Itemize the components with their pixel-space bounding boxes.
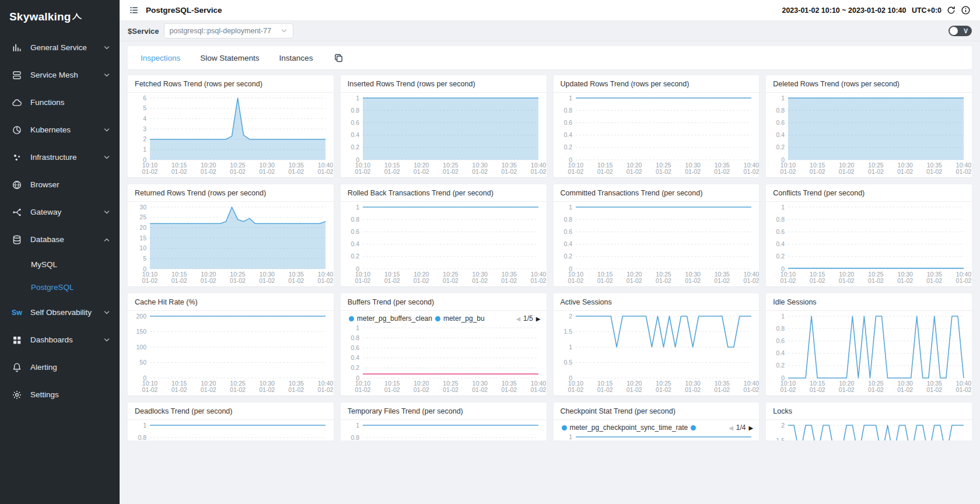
legend-item[interactable] [691,425,696,430]
sidebar-item-alerting[interactable]: Alerting [0,354,120,381]
chart-plot[interactable]: 05010015020010:1001-0210:1501-0210:2001-… [128,311,334,396]
svg-text:01-02: 01-02 [685,277,701,284]
sidebar-item-infrastructure[interactable]: Infrastructure [0,144,120,171]
legend-label: meter_pg_buffers_clean [357,314,432,323]
tab-instances[interactable]: Instances [279,54,313,62]
sidebar-item-settings[interactable]: Settings [0,381,120,408]
chart-plot[interactable]: 00.20.40.60.8110:1001-0210:1501-0210:200… [766,93,972,177]
version-toggle[interactable]: V [949,26,972,36]
chart-legend: meter_pg_buffers_cleanmeter_pg_bu◀1/5▶ [341,311,547,323]
svg-text:01-02: 01-02 [568,168,583,175]
chart-plot[interactable]: 05101520253010:1001-0210:1501-0210:2001-… [128,202,334,286]
svg-text:01-02: 01-02 [501,277,517,284]
svg-text:0.4: 0.4 [351,354,359,361]
chart-plot[interactable]: 00.20.40.60.8110:1001-0210:1501-0210:200… [554,202,760,286]
legend-item[interactable]: meter_pg_buffers_clean [349,314,432,323]
service-select[interactable]: postgresql::psql-deployment-77 [164,23,293,38]
svg-text:01-02: 01-02 [384,386,400,393]
svg-text:6: 6 [143,94,146,102]
svg-text:01-02: 01-02 [142,386,158,393]
sidebar-item-general-service[interactable]: General Service [0,34,120,61]
chart-title: Buffers Trend (per second) [341,293,547,311]
tab-slow-statements[interactable]: Slow Statements [200,54,259,62]
legend-prev-icon[interactable]: ◀ [729,425,733,431]
svg-text:01-02: 01-02 [530,277,546,284]
svg-text:1: 1 [781,94,785,102]
infra-icon [12,152,22,163]
chart-plot[interactable]: 00.511.5210:1001-0210:1501-0210:2001-021… [766,420,972,440]
chart-plot[interactable]: 00.20.40.60.8110:1001-0210:1501-0210:200… [554,432,760,440]
svg-text:01-02: 01-02 [714,168,730,175]
sidebar-item-browser[interactable]: Browser [0,171,120,198]
sidebar-item-kubernetes[interactable]: Kubernetes [0,116,120,144]
time-range-picker[interactable]: 2023-01-02 10:10 ~ 2023-01-02 10:40 UTC+… [782,6,942,15]
sidebar-item-service-mesh[interactable]: Service Mesh [0,61,120,89]
copy-dashboard-icon[interactable] [334,53,344,63]
svg-text:01-02: 01-02 [626,277,642,284]
chart-plot[interactable]: 00.511.5210:1001-0210:1501-0210:2001-021… [554,311,760,396]
sidebar-item-mysql[interactable]: MySQL [0,253,120,276]
sidebar-item-database[interactable]: Database [0,226,120,253]
legend-next-icon[interactable]: ▶ [749,425,754,431]
chart-plot[interactable]: 00.20.40.60.8110:1001-0210:1501-0210:200… [766,311,972,396]
chart-card-idle-sessions: Idle Sessions00.20.40.60.8110:1001-0210:… [766,293,972,396]
legend-item[interactable]: meter_pg_checkpoint_sync_time_rate [562,424,688,432]
chart-title: Deleted Rows Trend (rows per second) [766,75,972,93]
charts-grid: Fetched Rows Trend (rows per second)0123… [128,75,972,440]
svg-text:2: 2 [143,135,146,142]
sidebar-item-self-observability[interactable]: SwSelf Observability [0,299,120,326]
svg-text:01-02: 01-02 [898,277,914,284]
svg-text:0.5: 0.5 [564,359,572,366]
chart-plot[interactable]: 00.20.40.60.8110:1001-0210:1501-0210:200… [554,93,760,177]
svg-text:0.2: 0.2 [776,362,785,369]
chart-card-checkpoint-stat-trend-per-second: Checkpoint Stat Trend (per second)meter_… [554,402,760,440]
chart-plot[interactable]: 00.20.40.60.8110:1001-0210:1501-0210:200… [341,420,547,440]
svg-text:01-02: 01-02 [355,277,370,284]
svg-text:01-02: 01-02 [230,386,246,393]
legend-dot-icon [435,316,440,321]
dashboard-list-icon[interactable] [129,5,139,15]
svg-text:01-02: 01-02 [626,168,642,175]
svg-text:01-02: 01-02 [810,168,825,175]
svg-text:01-02: 01-02 [839,277,855,284]
chart-plot[interactable]: 00.20.40.60.8110:1001-0210:1501-0210:200… [341,93,547,177]
refresh-icon[interactable] [946,5,956,15]
svg-text:0.8: 0.8 [564,107,572,114]
chart-title: Idle Sessions [766,293,972,311]
info-icon[interactable] [961,5,971,15]
svg-text:0.8: 0.8 [776,216,785,223]
tab-inspections[interactable]: Inspections [141,54,180,62]
sidebar-item-gateway[interactable]: Gateway [0,198,120,226]
cloud-icon [12,97,22,108]
svg-text:3: 3 [143,125,146,132]
legend-next-icon[interactable]: ▶ [536,316,541,322]
sidebar-item-dashboards[interactable]: Dashboards [0,326,120,354]
svg-text:01-02: 01-02 [443,277,459,284]
svg-text:1: 1 [356,324,359,331]
chart-plot[interactable]: 00.20.40.60.8110:1001-0210:1501-0210:200… [341,323,547,396]
svg-text:01-02: 01-02 [956,277,972,284]
chart-title: Locks [766,402,972,420]
chart-plot[interactable]: 00.20.40.60.8110:1001-0210:1501-0210:200… [341,202,547,286]
chart-card-committed-transactions-trend-per-second: Committed Transactions Trend (per second… [554,184,760,286]
svg-text:01-02: 01-02 [288,168,304,175]
sidebar-item-label: Browser [30,180,110,189]
sidebar-item-label: Settings [30,390,110,399]
chart-card-returned-rows-trend-rows-per-second: Returned Rows Trend (rows per second)051… [128,184,334,286]
sidebar-item-postgresql[interactable]: PostgreSQL [0,276,120,299]
svg-text:1: 1 [356,422,359,429]
sidebar-item-functions[interactable]: Functions [0,89,120,116]
chart-plot[interactable]: 012345610:1001-0210:1501-0210:2001-0210:… [128,93,334,177]
chevron-down-icon [103,309,110,316]
svg-text:1: 1 [569,344,572,351]
skywalking-logo: Skywalking [0,0,120,29]
legend-pager: ◀1/5▶ [516,314,540,323]
svg-text:01-02: 01-02 [656,386,671,393]
svg-text:0.2: 0.2 [564,253,572,260]
legend-prev-icon[interactable]: ◀ [516,316,520,322]
chart-plot[interactable]: 00.20.40.60.8110:1001-0210:1501-0210:200… [766,202,972,286]
chart-legend: meter_pg_checkpoint_sync_time_rate◀1/4▶ [554,420,760,432]
legend-item[interactable]: meter_pg_bu [435,314,485,323]
chart-plot[interactable]: 00.20.40.60.8110:1001-0210:1501-0210:200… [128,420,334,440]
wing-icon [72,13,82,21]
